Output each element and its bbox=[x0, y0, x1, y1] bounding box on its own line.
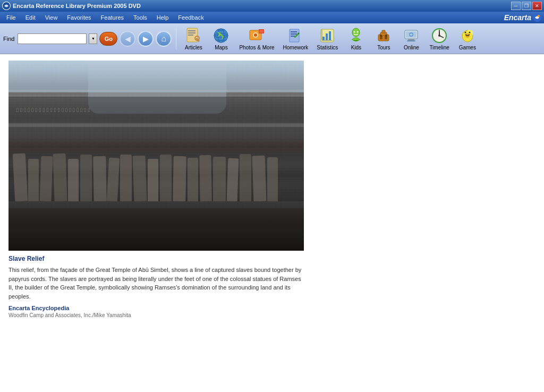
menu-features[interactable]: Features bbox=[97, 13, 128, 22]
find-dropdown-arrow[interactable]: ▼ bbox=[89, 33, 97, 44]
statistics-icon bbox=[319, 27, 336, 44]
maps-label: Maps bbox=[215, 45, 227, 50]
svg-rect-19 bbox=[291, 33, 297, 35]
caption-source[interactable]: Encarta Encyclopedia bbox=[8, 305, 536, 311]
go-button[interactable]: Go bbox=[99, 32, 117, 46]
svg-point-48 bbox=[464, 31, 466, 33]
svg-rect-23 bbox=[326, 33, 328, 40]
tours-button[interactable]: Tours bbox=[371, 26, 396, 52]
back-button[interactable]: ◀ bbox=[120, 31, 135, 47]
menu-view[interactable]: View bbox=[41, 13, 62, 22]
photos-icon bbox=[248, 27, 265, 44]
games-label: Games bbox=[459, 45, 476, 50]
caption-title: Slave Relief bbox=[8, 255, 536, 262]
content-area: 𓀀 𓂀 𓃀 𓄀 𓅀 𓆀 𓇀 𓈀 𓉀 𓊀 𓋀 𓌀 𓍀 𓎀 𓏀 𓐀 𓑀 𓒀 𓓀 𓔀 bbox=[0, 54, 544, 392]
kids-label: Kids bbox=[351, 45, 361, 50]
menu-help[interactable]: Help bbox=[152, 13, 173, 22]
timeline-icon bbox=[431, 27, 448, 44]
svg-point-35 bbox=[380, 35, 382, 37]
svg-point-49 bbox=[469, 31, 470, 33]
online-button[interactable]: Online bbox=[398, 26, 424, 52]
menu-tools[interactable]: Tools bbox=[129, 13, 151, 22]
homework-button[interactable]: Homework bbox=[280, 26, 312, 52]
svg-rect-4 bbox=[188, 30, 196, 31]
svg-rect-6 bbox=[188, 35, 193, 36]
svg-point-27 bbox=[352, 28, 360, 37]
articles-label: Articles bbox=[185, 45, 202, 50]
svg-rect-16 bbox=[259, 30, 264, 33]
svg-rect-32 bbox=[382, 30, 385, 33]
forward-button[interactable]: ▶ bbox=[138, 31, 154, 47]
svg-point-14 bbox=[254, 33, 257, 37]
svg-rect-39 bbox=[408, 39, 414, 40]
tours-icon bbox=[375, 27, 392, 44]
svg-rect-20 bbox=[291, 36, 295, 37]
close-button[interactable]: ✕ bbox=[532, 2, 542, 10]
maps-icon bbox=[212, 27, 230, 44]
timeline-label: Timeline bbox=[429, 45, 449, 50]
svg-rect-40 bbox=[407, 40, 415, 41]
games-icon bbox=[459, 27, 476, 44]
caption-credit: Woodfin Camp and Associates, Inc./Mike Y… bbox=[8, 312, 536, 318]
home-button[interactable]: ⌂ bbox=[156, 31, 172, 47]
menu-file[interactable]: File bbox=[2, 13, 20, 22]
title-bar: Encarta Reference Library Premium 2005 D… bbox=[0, 0, 544, 12]
svg-rect-24 bbox=[329, 31, 331, 40]
svg-point-36 bbox=[385, 35, 387, 37]
svg-rect-18 bbox=[291, 31, 297, 32]
find-input[interactable] bbox=[18, 33, 87, 44]
svg-point-46 bbox=[438, 35, 440, 37]
kids-button[interactable]: Kids bbox=[343, 26, 369, 52]
photos-button[interactable]: Photos & More bbox=[236, 26, 277, 52]
app-icon bbox=[2, 2, 11, 10]
statistics-label: Statistics bbox=[317, 45, 338, 50]
window-title: Encarta Reference Library Premium 2005 D… bbox=[13, 3, 141, 9]
games-button[interactable]: Games bbox=[455, 26, 480, 52]
online-icon bbox=[403, 27, 420, 44]
tours-label: Tours bbox=[377, 45, 390, 50]
main-image: 𓀀 𓂀 𓃀 𓄀 𓅀 𓆀 𓇀 𓈀 𓉀 𓊀 𓋀 𓌀 𓍀 𓎀 𓏀 𓐀 𓑀 𓒀 𓓀 𓔀 bbox=[8, 61, 304, 251]
menu-favorites[interactable]: Favorites bbox=[63, 13, 95, 22]
homework-icon bbox=[287, 27, 304, 44]
homework-label: Homework bbox=[283, 45, 309, 50]
window-controls: ─ ❐ ✕ bbox=[511, 2, 542, 10]
svg-rect-5 bbox=[188, 32, 196, 33]
menu-edit[interactable]: Edit bbox=[21, 13, 40, 22]
svg-rect-22 bbox=[322, 37, 325, 40]
timeline-button[interactable]: Timeline bbox=[426, 26, 452, 52]
articles-icon bbox=[185, 27, 202, 44]
find-label: Find bbox=[3, 36, 14, 42]
online-label: Online bbox=[404, 45, 419, 50]
statistics-button[interactable]: Statistics bbox=[313, 26, 341, 52]
photos-label: Photos & More bbox=[239, 45, 274, 50]
menu-bar: File Edit View Favorites Features Tools … bbox=[0, 12, 544, 23]
encarta-logo: Encarta bbox=[504, 13, 542, 22]
main-image-container: 𓀀 𓂀 𓃀 𓄀 𓅀 𓆀 𓇀 𓈀 𓉀 𓊀 𓋀 𓌀 𓍀 𓎀 𓏀 𓐀 𓑀 𓒀 𓓀 𓔀 bbox=[8, 61, 304, 251]
articles-button[interactable]: Articles bbox=[181, 26, 206, 52]
svg-point-29 bbox=[357, 31, 359, 32]
kids-icon bbox=[347, 27, 364, 44]
svg-point-2 bbox=[538, 15, 540, 17]
toolbar-separator bbox=[176, 28, 176, 49]
minimize-button[interactable]: ─ bbox=[511, 2, 521, 10]
restore-button[interactable]: ❐ bbox=[522, 2, 531, 10]
svg-point-28 bbox=[354, 31, 355, 32]
maps-button[interactable]: Maps bbox=[208, 26, 234, 52]
toolbar: Find ▼ Go ◀ ▶ ⌂ Articles bbox=[0, 23, 544, 54]
menu-feedback[interactable]: Feedback bbox=[174, 13, 208, 22]
caption-body: This relief, from the façade of the Grea… bbox=[8, 266, 304, 301]
